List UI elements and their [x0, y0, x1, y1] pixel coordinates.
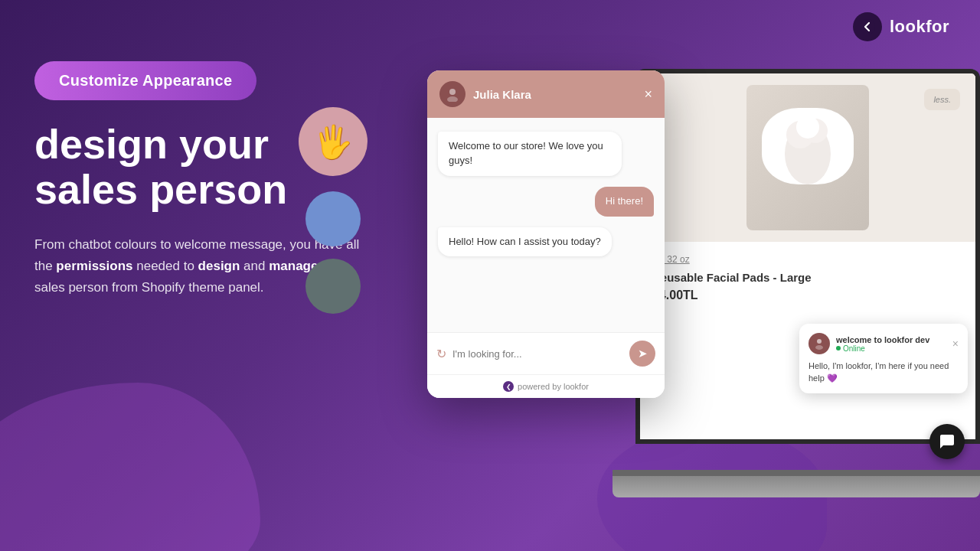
- chat-input-area: ↻ ➤: [427, 332, 665, 374]
- laptop-screen: less. ttle 32 oz Reusable Facial Pads - …: [635, 69, 980, 444]
- product-link[interactable]: ttle 32 oz: [652, 254, 963, 265]
- status-dot: [836, 346, 841, 350]
- chat-agent-avatar: [439, 81, 466, 107]
- mini-chat-title: welcome to lookfor dev: [836, 335, 946, 344]
- svg-point-0: [860, 19, 875, 34]
- logo-icon: [853, 12, 882, 41]
- product-price: 14.00TL: [652, 289, 963, 302]
- mini-chat-widget: welcome to lookfor dev Online × Hello, I…: [799, 324, 968, 393]
- bg-blob-left: [0, 383, 260, 551]
- mini-chat-message: Hello, I'm lookfor, I'm here if you need…: [808, 360, 959, 384]
- send-icon: ➤: [638, 347, 648, 360]
- svg-point-1: [449, 89, 456, 95]
- desc-bold-permissions: permissions: [56, 259, 132, 273]
- chat-message-1: Welcome to our store! We love you guys!: [438, 132, 622, 176]
- chat-send-button[interactable]: ➤: [629, 341, 655, 367]
- mini-chat-header-row: welcome to lookfor dev Online ×: [808, 333, 959, 354]
- svg-point-6: [796, 116, 819, 139]
- chat-input[interactable]: [452, 348, 623, 360]
- floating-chat-button[interactable]: [929, 424, 965, 459]
- product-image-area: less.: [640, 73, 975, 242]
- product-image: [746, 85, 869, 230]
- mini-chat-status: Online: [836, 344, 946, 353]
- logo-text: lookfor: [890, 17, 949, 37]
- mini-chat-close-button[interactable]: ×: [952, 337, 959, 350]
- product-info: ttle 32 oz Reusable Facial Pads - Large …: [640, 242, 975, 315]
- color-circles: 🖐: [299, 107, 368, 314]
- chat-agent-name: Julia Klara: [473, 88, 531, 101]
- desc-text-3: and: [240, 259, 269, 273]
- logo-area: lookfor: [853, 12, 949, 41]
- chat-footer: ❮ powered by lookfor: [427, 374, 665, 398]
- refresh-icon[interactable]: ↻: [436, 347, 446, 361]
- heading-line2: sales person: [34, 166, 287, 212]
- chat-close-button[interactable]: ×: [644, 87, 652, 101]
- circle-blue: [305, 191, 361, 246]
- desc-text-2: needed to: [133, 259, 198, 273]
- circle-hand: 🖐: [299, 107, 368, 176]
- svg-point-2: [447, 96, 458, 102]
- mini-chat-info: welcome to lookfor dev Online: [836, 335, 946, 353]
- lookfor-powered-icon: ❮: [503, 381, 514, 392]
- chat-messages: Welcome to our store! We love you guys! …: [427, 118, 665, 332]
- customize-appearance-button[interactable]: Customize Appearance: [34, 61, 256, 100]
- chat-header: Julia Klara ×: [427, 70, 665, 118]
- desc-bold-design: design: [198, 259, 240, 273]
- status-text: Online: [843, 344, 865, 353]
- chat-header-left: Julia Klara: [439, 81, 531, 107]
- chat-message-3: Hello! How can I assist you today?: [438, 227, 612, 257]
- laptop-base: [612, 476, 980, 497]
- chat-window: Julia Klara × Welcome to our store! We l…: [427, 70, 665, 398]
- mini-chat-avatar: [808, 333, 830, 354]
- product-tag: less.: [924, 89, 960, 110]
- heading-line1: design your: [34, 121, 269, 167]
- header: lookfor: [0, 0, 980, 54]
- svg-point-7: [817, 339, 822, 344]
- screen-content: less. ttle 32 oz Reusable Facial Pads - …: [640, 73, 975, 439]
- chat-message-2: Hi there!: [595, 187, 654, 217]
- laptop-hinge: [612, 470, 980, 476]
- hand-icon: 🖐: [313, 123, 353, 161]
- laptop-container: less. ttle 32 oz Reusable Facial Pads - …: [612, 69, 980, 497]
- svg-point-8: [815, 345, 823, 350]
- circle-gray: [305, 259, 361, 314]
- powered-text: powered by lookfor: [518, 382, 589, 391]
- product-name: Reusable Facial Pads - Large: [652, 271, 963, 284]
